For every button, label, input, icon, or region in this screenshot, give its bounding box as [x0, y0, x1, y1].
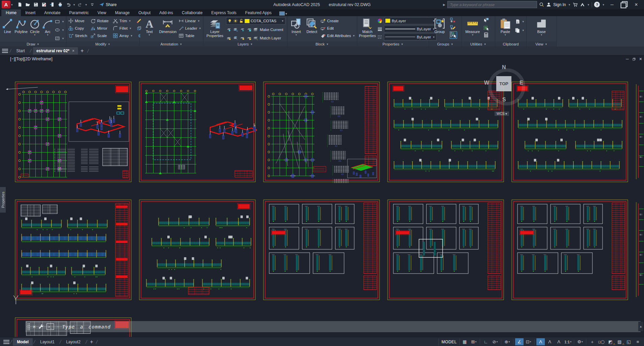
- annotation-visibility-toggle[interactable]: Λ: [536, 338, 545, 345]
- circle-caret-icon[interactable]: ▾: [34, 34, 35, 36]
- autodesk-app-icon[interactable]: [580, 2, 585, 7]
- mark-position-icon[interactable]: [483, 25, 489, 31]
- sheet-beam-elevation-schedule-sheet[interactable]: [15, 200, 131, 300]
- polar-tracking-toggle[interactable]: ⊘▾: [491, 338, 499, 345]
- user-avatar-icon[interactable]: [546, 2, 551, 7]
- group-selection-icon[interactable]: [450, 31, 457, 39]
- make-current-button[interactable]: Make Current: [253, 26, 283, 33]
- layer-off-icon[interactable]: [226, 35, 232, 40]
- sheet-beam-elevation-sheet-b[interactable]: [512, 82, 628, 182]
- viewport-close-icon[interactable]: ×: [639, 56, 642, 62]
- view-cube[interactable]: N W E S TOP WCS ▾: [486, 66, 522, 116]
- stretch-button[interactable]: Stretch: [68, 32, 90, 39]
- ellipse-button[interactable]: ▾: [55, 26, 64, 33]
- groups-panel-label[interactable]: Groups▾: [429, 41, 461, 46]
- view-cube-south[interactable]: S: [502, 97, 506, 103]
- hatch-button[interactable]: ▾: [55, 35, 64, 42]
- file-tab-start[interactable]: Start: [13, 47, 28, 55]
- file-tab-document[interactable]: estrutural rev 02* ×: [33, 47, 78, 55]
- ribbon-tab-insert[interactable]: Insert: [21, 9, 40, 16]
- measure-button[interactable]: Measure ▾: [464, 17, 482, 36]
- tab-layout2[interactable]: Layout2: [62, 338, 85, 346]
- paste-button[interactable]: Paste ▾: [497, 17, 513, 36]
- edit-attributes-button[interactable]: Edit Attributes▾: [320, 32, 356, 39]
- search-input[interactable]: [447, 1, 537, 8]
- match-properties-button[interactable]: Match Properties: [359, 17, 376, 38]
- viewport-minimize-icon[interactable]: ─: [626, 57, 629, 61]
- tab-layout1[interactable]: Layout1: [36, 338, 59, 346]
- command-bar-grip[interactable]: [27, 323, 30, 331]
- ribbon-tab-home[interactable]: Home: [1, 9, 21, 16]
- drawing-canvas[interactable]: [−][Top][2D Wireframe] ─ × Properties N …: [0, 55, 644, 337]
- ortho-mode-toggle[interactable]: ∟: [482, 338, 490, 345]
- properties-panel-label[interactable]: Properties▾: [357, 41, 429, 46]
- customize-qat-button[interactable]: [89, 1, 96, 8]
- detect-button[interactable]: Detect: [305, 17, 319, 34]
- customize-status-bar-icon[interactable]: ≡: [634, 338, 642, 345]
- layers-panel-label[interactable]: Layers▾: [203, 41, 287, 46]
- quick-calculator-icon[interactable]: [483, 32, 489, 38]
- undo-button[interactable]: [65, 1, 72, 8]
- ribbon-tab-express-tools[interactable]: Express Tools: [207, 9, 241, 16]
- open-file-button[interactable]: [24, 1, 31, 8]
- annotation-panel-label[interactable]: Annotation▾: [140, 41, 203, 46]
- save-button[interactable]: [32, 1, 39, 8]
- create-block-button[interactable]: Create: [320, 17, 356, 24]
- view-cube-west[interactable]: W: [484, 80, 489, 86]
- selection-cycling-toggle[interactable]: ◻◯: [597, 338, 606, 345]
- object-snap-tracking-toggle[interactable]: ∠: [515, 338, 524, 345]
- sheet-detail-grid-partial-right[interactable]: [512, 200, 628, 300]
- edit-block-button[interactable]: Edit: [320, 25, 356, 32]
- cut-clip-button[interactable]: ▾: [515, 18, 525, 25]
- ribbon-tab-manage[interactable]: Manage: [111, 9, 134, 16]
- circle-button[interactable]: Circle ▾: [29, 17, 40, 36]
- linetype-dropdown[interactable]: ByLayer ▾: [384, 33, 437, 40]
- sign-in-button[interactable]: Sign In: [553, 2, 566, 7]
- app-menu-caret-icon[interactable]: ▾: [11, 3, 13, 6]
- minimize-button[interactable]: ─: [607, 1, 617, 8]
- cart-icon[interactable]: [573, 2, 578, 7]
- snap-mode-toggle[interactable]: ⊞▾: [470, 338, 478, 345]
- fillet-button[interactable]: Fillet▾: [113, 25, 134, 32]
- isolate-objects-icon[interactable]: ◩: [606, 338, 615, 345]
- arc-caret-icon[interactable]: ▾: [47, 34, 48, 36]
- graphics-performance-icon[interactable]: ▨: [615, 338, 624, 345]
- layer-unisolate-icon[interactable]: [233, 27, 239, 32]
- layer-lock-icon[interactable]: [246, 27, 252, 32]
- selection-crosshair-icon[interactable]: ＋: [588, 338, 596, 345]
- model-space-toggle[interactable]: MODEL: [439, 338, 460, 345]
- plot-button[interactable]: [57, 1, 64, 8]
- lineweight-dropdown[interactable]: ByLayer ▾: [384, 25, 437, 32]
- layer-unlock2-icon[interactable]: [246, 35, 252, 40]
- layer-previous-icon[interactable]: [233, 35, 239, 40]
- view-panel-label[interactable]: View▾: [527, 41, 556, 46]
- color-wheel-icon[interactable]: [377, 18, 383, 24]
- close-button[interactable]: ×: [631, 1, 641, 8]
- search-icon[interactable]: [539, 2, 544, 7]
- sheet-beam-detail-grid-sheet-b[interactable]: [388, 200, 504, 300]
- sheet-beam-elevation-sheet-c[interactable]: [139, 200, 255, 300]
- layer-thaw-all-icon[interactable]: [240, 35, 245, 40]
- help-icon[interactable]: ?: [594, 2, 600, 7]
- sheet-foundation-plan-sheet[interactable]: [15, 82, 131, 182]
- command-line-bar[interactable]: × >_ ▾ Type a command: [25, 321, 641, 332]
- polyline-button[interactable]: Polyline: [15, 17, 28, 34]
- close-document-tab-icon[interactable]: ×: [72, 49, 75, 53]
- save-as-button[interactable]: [40, 1, 48, 8]
- sheet-edge-sliver-bottom[interactable]: [636, 202, 644, 297]
- layer-properties-button[interactable]: Layer Properties: [205, 17, 225, 38]
- viewport-controls-label[interactable]: [−][Top][2D Wireframe]: [10, 57, 52, 61]
- dimension-button[interactable]: Dimension: [159, 17, 177, 34]
- redo-button[interactable]: [77, 1, 84, 8]
- command-input[interactable]: Type a command: [62, 324, 111, 329]
- group-button[interactable]: Group: [431, 17, 448, 34]
- ribbon-tab-annotate[interactable]: Annotate: [40, 9, 65, 16]
- tab-model[interactable]: Model: [13, 338, 33, 346]
- match-layer-button[interactable]: Match Layer: [253, 34, 281, 41]
- file-tabs-menu-icon[interactable]: [2, 48, 8, 54]
- trim-button[interactable]: Trim▾: [113, 17, 134, 24]
- view-cube-east[interactable]: E: [520, 80, 523, 86]
- ribbon-tab-view[interactable]: View: [93, 9, 111, 16]
- redo-caret-icon[interactable]: ▾: [85, 3, 87, 6]
- sheet-bracing-plan-sheet[interactable]: [139, 82, 257, 182]
